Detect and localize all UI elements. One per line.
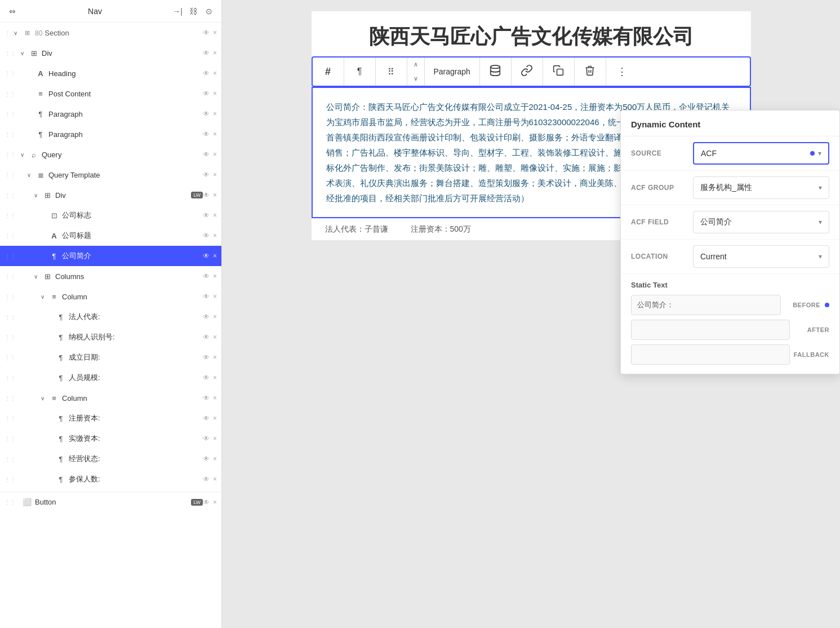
sidebar-item-legal-rep[interactable]: ⋮⋮ ¶ 法人代表: 👁 × <box>0 307 221 327</box>
paragraph-button[interactable]: ¶ <box>344 58 376 86</box>
arrow-down-button[interactable]: ∨ <box>407 72 424 86</box>
eye-icon[interactable]: 👁 <box>203 171 210 179</box>
sidebar-item-section[interactable]: ⋮⋮ ∨ ⊞ 80Section 👁 × <box>0 23 221 43</box>
toggle-query[interactable]: ∨ <box>20 152 28 158</box>
close-icon[interactable]: × <box>213 130 217 138</box>
close-icon[interactable]: × <box>213 110 217 118</box>
delete-button[interactable] <box>575 58 606 86</box>
eye-icon[interactable]: 👁 <box>203 272 210 280</box>
eye-icon[interactable]: 👁 <box>203 191 210 199</box>
close-icon[interactable]: × <box>213 498 217 506</box>
before-input[interactable]: 公司简介： <box>631 295 781 315</box>
sidebar-item-query[interactable]: ⋮⋮ ∨ ⌕ Query 👁 × <box>0 144 221 165</box>
eye-icon[interactable]: 👁 <box>203 475 210 483</box>
sidebar-item-company-logo[interactable]: ⋮⋮ ⊡ 公司标志 👁 × <box>0 205 221 225</box>
close-icon[interactable]: × <box>213 211 217 219</box>
close-icon[interactable]: × <box>213 252 217 260</box>
eye-icon[interactable]: 👁 <box>203 435 210 443</box>
eye-icon[interactable]: 👁 <box>203 353 210 361</box>
hash-button[interactable]: # <box>313 58 344 86</box>
sidebar-item-post-content[interactable]: ⋮⋮ ≡ Post Content 👁 × <box>0 83 221 104</box>
sidebar-item-button[interactable]: ⋮⋮ ⬜ Button LW 👁 × <box>0 492 221 512</box>
close-icon[interactable]: × <box>213 272 217 280</box>
eye-icon[interactable]: 👁 <box>203 110 210 118</box>
toggle-section[interactable]: ∨ <box>14 30 21 36</box>
close-icon[interactable]: × <box>213 171 217 179</box>
acf-group-select[interactable]: 服务机构_属性 ▾ <box>693 176 829 199</box>
close-icon[interactable]: × <box>213 374 217 382</box>
sidebar-item-column1[interactable]: ⋮⋮ ∨ ≡ Column 👁 × <box>0 286 221 307</box>
eye-icon[interactable]: 👁 <box>203 293 210 300</box>
sidebar-item-div-lw[interactable]: ⋮⋮ ∨ ⊞ Div LW 👁 × <box>0 185 221 205</box>
acf-field-select[interactable]: 公司简介 ▾ <box>693 211 829 233</box>
eye-icon[interactable]: 👁 <box>203 90 210 98</box>
toggle-columns[interactable]: ∨ <box>34 273 42 280</box>
close-icon[interactable]: × <box>213 69 217 77</box>
close-icon[interactable]: × <box>213 435 217 443</box>
eye-icon[interactable]: 👁 <box>203 252 210 260</box>
pin-icon[interactable]: →| <box>172 6 183 17</box>
eye-icon[interactable]: 👁 <box>203 69 210 77</box>
eye-icon[interactable]: 👁 <box>203 333 210 341</box>
eye-icon[interactable]: 👁 <box>203 414 210 422</box>
fallback-input[interactable] <box>631 344 790 365</box>
close-icon[interactable]: × <box>213 455 217 463</box>
sidebar-item-company-title-nav[interactable]: ⋮⋮ A 公司标题 👁 × <box>0 225 221 246</box>
eye-icon[interactable]: 👁 <box>203 29 210 37</box>
sidebar-item-paid-capital[interactable]: ⋮⋮ ¶ 实缴资本: 👁 × <box>0 428 221 449</box>
close-icon[interactable]: × <box>213 29 217 37</box>
location-select[interactable]: Current ▾ <box>693 245 829 268</box>
close-icon[interactable]: × <box>213 414 217 422</box>
sidebar-item-column2[interactable]: ⋮⋮ ∨ ≡ Column 👁 × <box>0 388 221 408</box>
toggle-column2[interactable]: ∨ <box>41 395 48 401</box>
eye-icon[interactable]: 👁 <box>203 151 210 158</box>
database-button[interactable] <box>480 58 512 86</box>
eye-icon[interactable]: 👁 <box>203 232 210 240</box>
source-select[interactable]: ACF ▾ <box>693 142 829 165</box>
toggle-div[interactable]: ∨ <box>20 50 28 56</box>
close-icon[interactable]: × <box>213 394 217 402</box>
close-icon[interactable]: × <box>213 313 217 321</box>
close-icon[interactable]: × <box>213 353 217 361</box>
after-input[interactable] <box>631 320 790 340</box>
more-button[interactable]: ⋮ <box>606 58 638 86</box>
close-icon[interactable]: × <box>213 49 217 57</box>
toggle-qt[interactable]: ∨ <box>27 172 35 178</box>
sidebar-item-company-intro[interactable]: ⋮⋮ ¶ 公司简介 👁 × <box>0 246 221 266</box>
eye-icon[interactable]: 👁 <box>203 498 210 506</box>
close-icon[interactable]: × <box>213 475 217 483</box>
sidebar-item-establish-date[interactable]: ⋮⋮ ¶ 成立日期: 👁 × <box>0 347 221 368</box>
sidebar-item-paragraph1[interactable]: ⋮⋮ ¶ Paragraph 👁 × <box>0 104 221 124</box>
close-icon[interactable]: × <box>213 293 217 300</box>
close-icon[interactable]: × <box>213 151 217 158</box>
link-button[interactable] <box>512 58 543 86</box>
eye-icon[interactable]: 👁 <box>203 313 210 321</box>
toggle-column1[interactable]: ∨ <box>41 294 48 300</box>
copy-button[interactable] <box>543 58 575 86</box>
eye-icon[interactable]: 👁 <box>203 130 210 138</box>
settings-icon[interactable]: ⊙ <box>203 6 215 17</box>
close-icon[interactable]: × <box>213 90 217 98</box>
sidebar-item-insured-num[interactable]: ⋮⋮ ¶ 参保人数: 👁 × <box>0 469 221 489</box>
sidebar-item-columns[interactable]: ⋮⋮ ∨ ⊞ Columns 👁 × <box>0 266 221 286</box>
arrow-up-button[interactable]: ∧ <box>407 58 424 72</box>
sidebar-item-tax-id[interactable]: ⋮⋮ ¶ 纳税人识别号: 👁 × <box>0 327 221 347</box>
paragraph-label[interactable]: Paragraph <box>425 58 480 86</box>
link-icon[interactable]: ⛓ <box>188 6 199 17</box>
eye-icon[interactable]: 👁 <box>203 211 210 219</box>
collapse-icon[interactable]: ⇔ <box>7 6 18 17</box>
sidebar-item-biz-status[interactable]: ⋮⋮ ¶ 经营状态: 👁 × <box>0 449 221 469</box>
sidebar-item-query-template[interactable]: ⋮⋮ ∨ ≣ Query Template 👁 × <box>0 165 221 185</box>
sidebar-item-paragraph2[interactable]: ⋮⋮ ¶ Paragraph 👁 × <box>0 124 221 144</box>
eye-icon[interactable]: 👁 <box>203 49 210 57</box>
eye-icon[interactable]: 👁 <box>203 394 210 402</box>
drag-button[interactable]: ⠿ <box>376 58 407 86</box>
eye-icon[interactable]: 👁 <box>203 455 210 463</box>
close-icon[interactable]: × <box>213 191 217 199</box>
close-icon[interactable]: × <box>213 232 217 240</box>
toggle-div-lw[interactable]: ∨ <box>34 192 42 198</box>
sidebar-item-reg-capital[interactable]: ⋮⋮ ¶ 注册资本: 👁 × <box>0 408 221 428</box>
eye-icon[interactable]: 👁 <box>203 374 210 382</box>
close-icon[interactable]: × <box>213 333 217 341</box>
sidebar-item-heading[interactable]: ⋮⋮ A Heading 👁 × <box>0 63 221 83</box>
